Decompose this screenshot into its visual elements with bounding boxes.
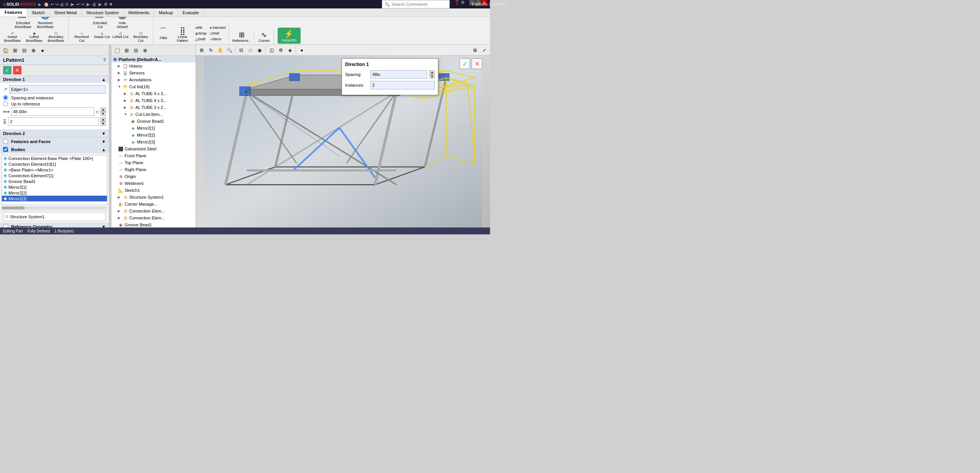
- tree-connelem2[interactable]: ▶ ⊞ Connection Elem...: [112, 214, 196, 221]
- swept-cut-button[interactable]: ↘ Swept Cut: [93, 31, 111, 44]
- tree-al1[interactable]: ▶ ⊞ AL TUBE 4 x 3...: [112, 90, 196, 97]
- instant3d-button[interactable]: ⚡ Instant3D: [278, 28, 301, 44]
- tab-weldments[interactable]: Weldments: [124, 8, 155, 16]
- popup-instances-input[interactable]: [370, 81, 435, 89]
- bodies-checkbox[interactable]: [3, 147, 8, 152]
- reference-geometry-section[interactable]: Reference Geometry ▼: [0, 222, 109, 227]
- features-faces-checkbox[interactable]: [3, 139, 8, 144]
- tree-al2[interactable]: ▶ ⊞ AL TUBE 4 x 3...: [112, 97, 196, 104]
- revolved-boss-base-button[interactable]: RevolvedBoss/Base: [35, 17, 56, 30]
- intersect-button[interactable]: ✕ Intersect: [208, 25, 227, 31]
- body-item-2[interactable]: ◉ <Base Plate>-<Mirror1>: [2, 167, 107, 173]
- tree-tool-3[interactable]: ⊟: [132, 46, 140, 54]
- tab-structure-system[interactable]: Structure System: [82, 8, 123, 16]
- body-item-4[interactable]: ◉ Groove Bead1: [2, 178, 107, 184]
- instances-down-button[interactable]: ▼: [100, 122, 106, 126]
- home-tool-button[interactable]: 🏠: [2, 46, 10, 54]
- appearance-button[interactable]: ●: [298, 46, 306, 54]
- tab-sheet-metal[interactable]: Sheet Metal: [50, 8, 82, 16]
- tree-weldment[interactable]: ⊗ Weldment: [112, 180, 196, 187]
- bodies-scrollbar-thumb[interactable]: [2, 206, 25, 209]
- body-item-1[interactable]: ◉ Connection Element10[1]: [2, 161, 107, 167]
- mirror-button[interactable]: ⊣ Mirror: [208, 37, 227, 42]
- reference-geometry-checkbox[interactable]: [3, 224, 8, 227]
- bodies-scrollbar[interactable]: [2, 206, 107, 209]
- extruded-cut-button[interactable]: ExtrudedCut: [89, 17, 111, 30]
- bodies-list[interactable]: ◉ Connection Element Base Plate <Plate 1…: [2, 155, 107, 205]
- extruded-boss-base-button[interactable]: ExtrudedBoss/Base: [12, 17, 34, 30]
- view-setting-button[interactable]: ⚙: [276, 46, 285, 54]
- tab-markup[interactable]: Markup: [154, 8, 178, 16]
- instances-input[interactable]: [8, 117, 99, 126]
- direction1-header[interactable]: Direction 1 ▲: [0, 76, 109, 83]
- tree-mirror23[interactable]: ◈ Mirror2[3]: [112, 138, 196, 145]
- tab-features[interactable]: Features: [0, 8, 27, 16]
- tree-tool-1[interactable]: 📋: [113, 46, 122, 54]
- reference-geometry-button[interactable]: ⊞ Reference...: [231, 30, 252, 44]
- tree-groovebead1[interactable]: ◉ Groove Bead1: [112, 118, 196, 125]
- rotate-button[interactable]: ↻: [207, 46, 215, 54]
- maximize-viewport-button[interactable]: ⤢: [480, 46, 488, 54]
- edge-input-box[interactable]: Edge<1>: [9, 85, 106, 94]
- search-bar[interactable]: 🔍 ▼: [382, 0, 450, 8]
- tree-tool-4[interactable]: ⊕: [141, 46, 149, 54]
- body-item-0[interactable]: ◉ Connection Element Base Plate <Plate 1…: [2, 155, 107, 161]
- spacing-instances-radio[interactable]: [3, 95, 8, 100]
- split-viewport-button[interactable]: ⊞: [471, 46, 479, 54]
- tree-sensors[interactable]: ▶ 📡 Sensors: [112, 69, 196, 76]
- tree-corner[interactable]: ◧ Corner Manage...: [112, 201, 196, 208]
- popup-spacing-up[interactable]: ▲: [429, 70, 435, 74]
- bodies-header[interactable]: Bodies ▲: [0, 145, 109, 153]
- tree-right-plane[interactable]: ▱ Right Plane: [112, 166, 196, 173]
- tree-connelem1[interactable]: ▶ ⊞ Connection Elem...: [112, 208, 196, 214]
- tree-tool-2[interactable]: ⊞: [122, 46, 131, 54]
- tree-cutlist[interactable]: ▼ 📁 Cut list(18): [112, 83, 196, 90]
- instances-up-button[interactable]: ▲: [100, 117, 106, 122]
- body-item-7[interactable]: ◉ Mirror2[3]: [2, 196, 107, 201]
- hole-wizard-button[interactable]: HoleWizard: [112, 17, 133, 30]
- tree-mirror22[interactable]: ◈ Mirror2[2]: [112, 132, 196, 138]
- swept-boss-base-button[interactable]: ↗ Swept Boss/Base: [2, 31, 23, 44]
- render-button[interactable]: ◈: [286, 46, 294, 54]
- tree-struct1[interactable]: ▶ ⊟ Structure System1: [112, 194, 196, 201]
- tree-galv[interactable]: ⬛ Galvanized Steel: [112, 145, 196, 152]
- revolved-cut-button[interactable]: ○ Revolved Cut: [71, 31, 92, 44]
- pm-cancel-button[interactable]: ✕: [13, 66, 21, 74]
- spacing-up-button[interactable]: ▲: [100, 107, 106, 112]
- tab-sketch[interactable]: Sketch: [27, 8, 50, 16]
- search-input[interactable]: [391, 2, 441, 7]
- up-to-reference-radio[interactable]: [3, 101, 8, 106]
- spacing-down-button[interactable]: ▼: [100, 112, 106, 116]
- wrap-button[interactable]: ⊕ Wrap: [194, 31, 207, 36]
- tree-origin[interactable]: ⊕ Origin: [112, 173, 196, 180]
- table-tool-button[interactable]: ⊞: [11, 46, 19, 54]
- body-item-5[interactable]: ◉ Mirror2[1]: [2, 184, 107, 190]
- zoom-fit-button[interactable]: ⊞: [197, 46, 206, 54]
- hide-show-button[interactable]: ◉: [255, 46, 264, 54]
- viewport[interactable]: ⊞ ↻ ✋ 🔍 ⊟ □ ◉ ◫ ⚙ ◈ ● ⊞ ⤢ Direction 1 Sp…: [196, 45, 490, 227]
- tree-mirror21[interactable]: ◈ Mirror2[1]: [112, 125, 196, 132]
- tree-root[interactable]: ◉ Platform (Default<A...: [112, 56, 196, 63]
- boundary-boss-base-button[interactable]: ⬡ Boundary Boss/Base: [45, 31, 67, 44]
- body-item-6[interactable]: ◉ Mirror2[2]: [2, 190, 107, 196]
- display-style-button[interactable]: □: [246, 46, 255, 54]
- view-orient-button[interactable]: ⊟: [237, 46, 245, 54]
- zoom-button[interactable]: 🔍: [225, 46, 233, 54]
- shell-button[interactable]: □ Shell: [208, 31, 227, 36]
- body-item-3[interactable]: ◉ Connection Element7[1]: [2, 173, 107, 178]
- pan-button[interactable]: ✋: [216, 46, 224, 54]
- features-faces-section-header[interactable]: Features and Faces ▼: [0, 137, 109, 145]
- boundary-cut-button[interactable]: ⬡ Boundary Cut: [130, 31, 151, 44]
- tab-evaluate[interactable]: Evaluate: [178, 8, 204, 16]
- fillet-button[interactable]: ⌒ Fillet: [156, 25, 171, 41]
- direction2-header[interactable]: Direction 2 ▼: [0, 130, 109, 137]
- tree-top-plane[interactable]: ▱ Top Plane: [112, 159, 196, 166]
- color-tool-button[interactable]: ●: [38, 46, 47, 54]
- section-view-button[interactable]: ◫: [267, 46, 276, 54]
- tree-sketch1[interactable]: 📐 Sketch1: [112, 187, 196, 194]
- tree-annotations[interactable]: ▶ ✏ Annotations: [112, 76, 196, 83]
- tree-groovebead-tree[interactable]: ◉ Groove Bead1: [112, 221, 196, 227]
- popup-spacing-down[interactable]: ▼: [429, 74, 435, 79]
- popup-spacing-input[interactable]: [370, 70, 427, 79]
- lofted-boss-base-button[interactable]: ◈ Lofted Boss/Base: [23, 31, 45, 44]
